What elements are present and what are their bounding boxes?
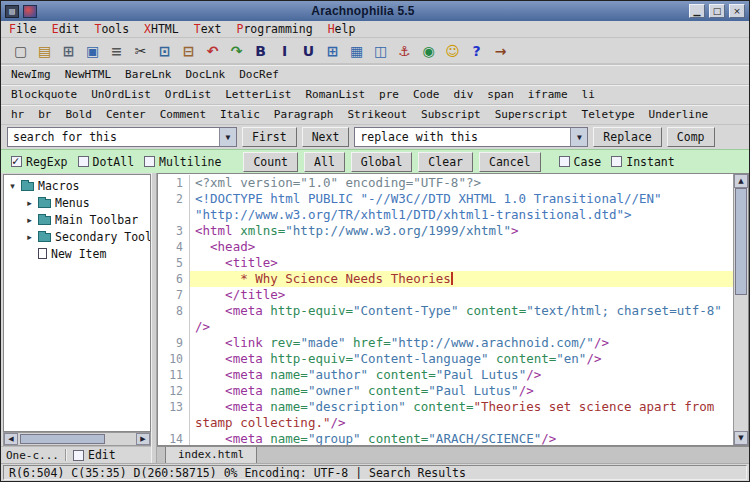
macro-italic[interactable]: Italic xyxy=(220,108,260,121)
tree-item-main-toolbar[interactable]: ▸Main Toolbar xyxy=(4,211,150,228)
code-line[interactable]: 2<!DOCTYPE html PUBLIC "-//W3C//DTD XHTM… xyxy=(158,191,733,223)
macro-pre[interactable]: pre xyxy=(379,88,399,101)
code-line[interactable]: 8 <meta http-equiv="Content-Type" conten… xyxy=(158,303,733,335)
checkbox-regexp[interactable]: RegExp xyxy=(11,155,68,169)
checkbox-instant[interactable]: Instant xyxy=(611,155,674,169)
code-line[interactable]: 5 <title> xyxy=(158,255,733,271)
menu-tools[interactable]: Tools xyxy=(94,22,129,36)
macro-iframe[interactable]: iframe xyxy=(528,88,568,101)
minimize-button[interactable]: ▁ xyxy=(689,4,705,18)
tree-item-secondary-tool[interactable]: ▸Secondary Tool xyxy=(4,228,150,245)
grid-icon[interactable]: ▦ xyxy=(346,40,367,61)
redo-icon[interactable]: ↷ xyxy=(226,40,247,61)
macro-newimg[interactable]: NewImg xyxy=(11,68,51,81)
title-bar[interactable]: ▤ Arachnophilia 5.5 ▁ □ × xyxy=(1,1,749,21)
replace-button[interactable]: Replace xyxy=(593,127,661,147)
tree-item-menus[interactable]: ▸Menus xyxy=(4,194,150,211)
macro-newhtml[interactable]: NewHTML xyxy=(65,68,111,81)
print-icon[interactable]: ≡ xyxy=(106,40,127,61)
new-file-icon[interactable]: ▢ xyxy=(10,40,31,61)
table-icon[interactable]: ⊞ xyxy=(322,40,343,61)
code-area[interactable]: 1<?xml version="1.0" encoding="UTF-8"?>2… xyxy=(158,174,733,445)
hscroll-thumb[interactable] xyxy=(20,434,105,444)
browser-icon[interactable]: ◉ xyxy=(418,40,439,61)
macro-bold[interactable]: Bold xyxy=(66,108,93,121)
macro-paragraph[interactable]: Paragraph xyxy=(274,108,334,121)
replace-input[interactable]: replace with this xyxy=(355,128,570,146)
expander-icon[interactable]: ▾ xyxy=(8,181,17,191)
code-line[interactable]: 3<html xmlns="http://www.w3.org/1999/xht… xyxy=(158,223,733,239)
expander-icon[interactable]: ▸ xyxy=(25,232,34,242)
macro-barelnk[interactable]: BareLnk xyxy=(125,68,171,81)
window-menu-icon[interactable]: ▤ xyxy=(5,5,19,18)
italic-icon[interactable]: I xyxy=(274,40,295,61)
macro-div[interactable]: div xyxy=(453,88,473,101)
first-button[interactable]: First xyxy=(242,127,297,147)
menu-help[interactable]: Help xyxy=(328,22,356,36)
tab-index-html[interactable]: index.html xyxy=(165,447,257,464)
save-file-icon[interactable]: ▣ xyxy=(82,40,103,61)
macro-docref[interactable]: DocRef xyxy=(239,68,279,81)
code-line[interactable]: 9 <link rev="made" href="http://www.arac… xyxy=(158,335,733,351)
maximize-button[interactable]: □ xyxy=(709,4,725,18)
one-click-label[interactable]: One-c... xyxy=(6,449,59,462)
tree-item-macros[interactable]: ▾Macros xyxy=(4,177,150,194)
code-line[interactable]: 14 <meta name="group" content="ARACH/SCI… xyxy=(158,431,733,445)
macro-li[interactable]: li xyxy=(582,88,595,101)
macro-center[interactable]: Center xyxy=(106,108,146,121)
macro-hr[interactable]: hr xyxy=(11,108,24,121)
open-file-icon[interactable]: ▤ xyxy=(34,40,55,61)
menu-file[interactable]: File xyxy=(9,22,37,36)
macro-romanlist[interactable]: RomanList xyxy=(305,88,365,101)
editor-vscrollbar[interactable]: ▲ ▼ xyxy=(733,174,748,445)
button-clear[interactable]: Clear xyxy=(418,152,473,172)
macro-span[interactable]: span xyxy=(487,88,514,101)
macro-underline[interactable]: Underline xyxy=(649,108,709,121)
scroll-up-icon[interactable]: ▲ xyxy=(734,174,748,188)
menu-programming[interactable]: Programming xyxy=(236,22,312,36)
code-line[interactable]: 1<?xml version="1.0" encoding="UTF-8"?> xyxy=(158,175,733,191)
help-icon[interactable]: ? xyxy=(466,40,487,61)
macro-letterlist[interactable]: LetterList xyxy=(225,88,291,101)
button-count[interactable]: Count xyxy=(243,152,298,172)
anchor-icon[interactable]: ⚓ xyxy=(394,40,415,61)
macro-superscript[interactable]: Superscript xyxy=(495,108,568,121)
macro-strikeout[interactable]: Strikeout xyxy=(347,108,407,121)
button-cancel[interactable]: Cancel xyxy=(479,152,541,172)
paste-icon[interactable]: ⊟ xyxy=(178,40,199,61)
vscroll-thumb[interactable] xyxy=(735,188,747,295)
code-line[interactable]: 12 <meta name="owner" content="Paul Lutu… xyxy=(158,383,733,399)
macro-subscript[interactable]: Subscript xyxy=(421,108,481,121)
menu-edit[interactable]: Edit xyxy=(52,22,80,36)
next-button[interactable]: Next xyxy=(302,127,350,147)
tree-item-new-item[interactable]: New Item xyxy=(4,245,150,262)
button-all[interactable]: All xyxy=(304,152,345,172)
close-button[interactable]: × xyxy=(729,4,745,18)
code-line[interactable]: 6 * Why Science Needs Theories xyxy=(158,271,733,287)
expander-icon[interactable]: ▸ xyxy=(25,215,34,225)
new-window-icon[interactable]: ⊞ xyxy=(58,40,79,61)
edit-checkbox[interactable]: Edit xyxy=(73,448,116,462)
code-line[interactable]: 11 <meta name="author" content="Paul Lut… xyxy=(158,367,733,383)
scroll-down-icon[interactable]: ▼ xyxy=(734,431,748,445)
macro-doclnk[interactable]: DocLnk xyxy=(185,68,225,81)
search-input[interactable]: search for this xyxy=(8,128,219,146)
checkbox-dotall[interactable]: DotAll xyxy=(78,155,135,169)
frames-icon[interactable]: ◫ xyxy=(370,40,391,61)
checkbox-multiline[interactable]: Multiline xyxy=(144,155,221,169)
smiley-icon[interactable]: ☺ xyxy=(442,40,463,61)
code-line[interactable]: 4 <head> xyxy=(158,239,733,255)
app-icon[interactable] xyxy=(23,5,37,18)
checkbox-case[interactable]: Case xyxy=(559,155,602,169)
code-line[interactable]: 10 <meta http-equiv="Content-language" c… xyxy=(158,351,733,367)
macro-blockquote[interactable]: Blockquote xyxy=(11,88,77,101)
macro-code[interactable]: Code xyxy=(413,88,440,101)
cut-icon[interactable]: ✂ xyxy=(130,40,151,61)
menu-text[interactable]: Text xyxy=(194,22,222,36)
code-line[interactable]: 7 </title> xyxy=(158,287,733,303)
undo-icon[interactable]: ↶ xyxy=(202,40,223,61)
macro-unordlist[interactable]: UnOrdList xyxy=(91,88,151,101)
macro-br[interactable]: br xyxy=(38,108,51,121)
underline-icon[interactable]: U xyxy=(298,40,319,61)
menu-xhtml[interactable]: XHTML xyxy=(144,22,179,36)
